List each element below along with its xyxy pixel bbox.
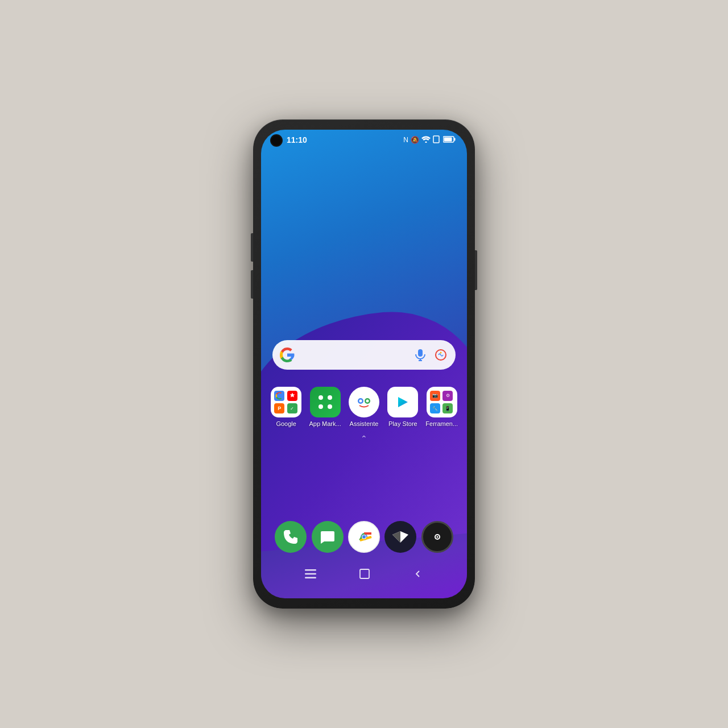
front-camera xyxy=(271,135,282,146)
power-button[interactable] xyxy=(475,250,477,290)
google-folder-label: Google xyxy=(269,420,303,427)
svg-rect-32 xyxy=(360,569,369,578)
google-folder-icon: P ✓ xyxy=(271,387,301,417)
screen-rotate-icon xyxy=(433,135,441,145)
assistant-app[interactable]: Assistente xyxy=(347,387,381,427)
wifi-icon xyxy=(421,136,431,144)
google-logo xyxy=(279,347,295,363)
svg-rect-29 xyxy=(305,569,316,571)
svg-point-13 xyxy=(328,404,332,409)
swipe-arrow-icon: ⌃ xyxy=(361,434,367,443)
app-icons-row: P ✓ Google xyxy=(267,387,461,427)
svg-rect-3 xyxy=(444,137,452,141)
svg-point-10 xyxy=(318,395,323,400)
phone-screen: 11:10 N 🔕 xyxy=(261,130,467,598)
svg-point-18 xyxy=(366,400,369,403)
ferramentas-label: Ferramen... xyxy=(425,420,459,427)
mute-icon: N xyxy=(403,136,408,144)
phone-body: 11:10 N 🔕 xyxy=(253,119,475,609)
maps-dock-icon[interactable] xyxy=(384,521,416,553)
assistant-label: Assistente xyxy=(347,420,381,427)
ferramentas-icon-1: 📷 xyxy=(430,391,440,401)
phone-dock-icon[interactable] xyxy=(275,521,307,553)
svg-point-0 xyxy=(425,141,427,143)
google-folder-icon-4: ✓ xyxy=(287,403,297,413)
google-folder-icon-3: P xyxy=(274,403,284,413)
google-search-bar[interactable] xyxy=(272,340,456,370)
voice-search-button[interactable] xyxy=(412,347,428,363)
assistant-icon xyxy=(349,387,379,417)
svg-rect-4 xyxy=(454,138,456,140)
play-store-label: Play Store xyxy=(386,420,420,427)
svg-marker-25 xyxy=(392,531,400,543)
ferramentas-icon-3: 🔧 xyxy=(430,403,440,413)
phone-device: 11:10 N 🔕 xyxy=(253,119,475,609)
google-folder-icon-1 xyxy=(274,391,284,401)
nav-menu-button[interactable] xyxy=(300,565,321,586)
svg-point-23 xyxy=(362,535,366,539)
messages-dock-icon[interactable] xyxy=(312,521,344,553)
chrome-dock-icon[interactable] xyxy=(348,521,380,553)
svg-point-17 xyxy=(359,400,362,403)
app-market-icon xyxy=(310,387,341,417)
app-market-app[interactable]: App Mark... xyxy=(308,387,342,427)
play-store-app[interactable]: Play Store xyxy=(386,387,420,427)
google-folder-icon-2 xyxy=(287,391,297,401)
nav-home-button[interactable] xyxy=(354,564,375,587)
volume-up-button[interactable] xyxy=(251,233,253,262)
svg-point-9 xyxy=(440,352,442,354)
svg-point-14 xyxy=(354,392,374,412)
navigation-bar xyxy=(261,564,467,587)
status-bar: 11:10 N 🔕 xyxy=(261,130,467,150)
ferramentas-icon-2: ⚙ xyxy=(442,391,453,401)
battery-icon xyxy=(443,136,456,144)
status-icons: N 🔕 xyxy=(403,135,456,145)
app-dock xyxy=(272,521,456,553)
status-time: 11:10 xyxy=(287,135,307,144)
svg-point-12 xyxy=(318,404,323,409)
svg-point-11 xyxy=(328,395,332,400)
svg-rect-5 xyxy=(418,349,423,357)
camera-dock-icon[interactable] xyxy=(421,521,453,553)
notification-icon: 🔕 xyxy=(411,136,419,144)
svg-rect-30 xyxy=(305,573,316,575)
svg-point-28 xyxy=(436,536,438,538)
nav-back-button[interactable] xyxy=(408,564,428,586)
swipe-up-indicator[interactable]: ⌃ xyxy=(361,433,367,444)
svg-rect-1 xyxy=(433,136,439,143)
app-market-label: App Mark... xyxy=(308,420,342,427)
play-store-icon xyxy=(387,387,418,417)
ferramentas-icon-4: 📱 xyxy=(442,403,453,413)
volume-down-button[interactable] xyxy=(251,270,253,299)
ferramentas-folder-app[interactable]: 📷 ⚙ 🔧 📱 Ferramen... xyxy=(425,387,459,427)
svg-rect-31 xyxy=(305,577,316,579)
google-folder-app[interactable]: P ✓ Google xyxy=(269,387,303,427)
lens-search-button[interactable] xyxy=(433,347,449,363)
ferramentas-folder-icon: 📷 ⚙ 🔧 📱 xyxy=(427,387,457,417)
